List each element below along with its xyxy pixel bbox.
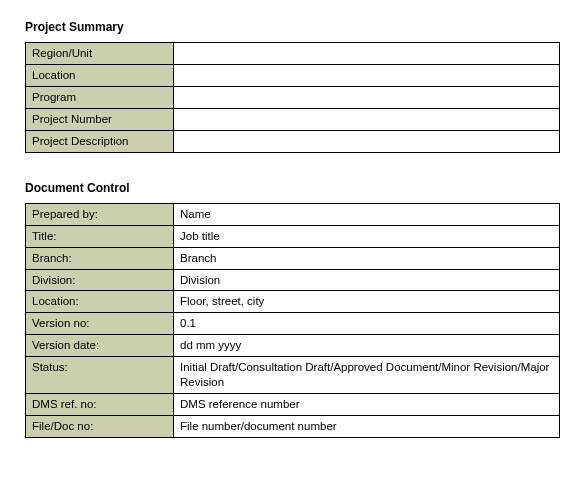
table-row: Region/Unit: [26, 43, 560, 65]
field-value: Name: [174, 203, 560, 225]
field-label: Prepared by:: [26, 203, 174, 225]
table-row: File/Doc no: File number/document number: [26, 416, 560, 438]
field-label: Version no:: [26, 313, 174, 335]
field-label: Version date:: [26, 335, 174, 357]
field-value: 0.1: [174, 313, 560, 335]
field-label: Location: [26, 64, 174, 86]
document-control-title: Document Control: [25, 181, 560, 195]
field-label: Branch:: [26, 247, 174, 269]
field-value: [174, 108, 560, 130]
table-row: Program: [26, 86, 560, 108]
table-row: Status: Initial Draft/Consultation Draft…: [26, 357, 560, 394]
field-value: DMS reference number: [174, 394, 560, 416]
field-value: Branch: [174, 247, 560, 269]
field-value: [174, 130, 560, 152]
field-label: Project Number: [26, 108, 174, 130]
table-row: Title: Job title: [26, 225, 560, 247]
field-value: [174, 86, 560, 108]
field-value: [174, 43, 560, 65]
table-row: Version no: 0.1: [26, 313, 560, 335]
field-label: DMS ref. no:: [26, 394, 174, 416]
field-value: [174, 64, 560, 86]
field-value: Initial Draft/Consultation Draft/Approve…: [174, 357, 560, 394]
table-row: Location: [26, 64, 560, 86]
field-label: Status:: [26, 357, 174, 394]
table-row: Prepared by: Name: [26, 203, 560, 225]
document-control-table: Prepared by: Name Title: Job title Branc…: [25, 203, 560, 438]
field-label: Project Description: [26, 130, 174, 152]
document-control-section: Document Control Prepared by: Name Title…: [25, 181, 560, 438]
field-label: Division:: [26, 269, 174, 291]
field-label: Region/Unit: [26, 43, 174, 65]
field-value: Job title: [174, 225, 560, 247]
table-row: DMS ref. no: DMS reference number: [26, 394, 560, 416]
project-summary-section: Project Summary Region/Unit Location Pro…: [25, 20, 560, 153]
field-value: Division: [174, 269, 560, 291]
field-label: Location:: [26, 291, 174, 313]
field-value: Floor, street, city: [174, 291, 560, 313]
table-row: Division: Division: [26, 269, 560, 291]
table-row: Branch: Branch: [26, 247, 560, 269]
field-label: File/Doc no:: [26, 416, 174, 438]
project-summary-table: Region/Unit Location Program Project Num…: [25, 42, 560, 153]
table-row: Project Number: [26, 108, 560, 130]
project-summary-title: Project Summary: [25, 20, 560, 34]
table-row: Project Description: [26, 130, 560, 152]
field-label: Title:: [26, 225, 174, 247]
field-label: Program: [26, 86, 174, 108]
table-row: Location: Floor, street, city: [26, 291, 560, 313]
field-value: File number/document number: [174, 416, 560, 438]
table-row: Version date: dd mm yyyy: [26, 335, 560, 357]
field-value: dd mm yyyy: [174, 335, 560, 357]
